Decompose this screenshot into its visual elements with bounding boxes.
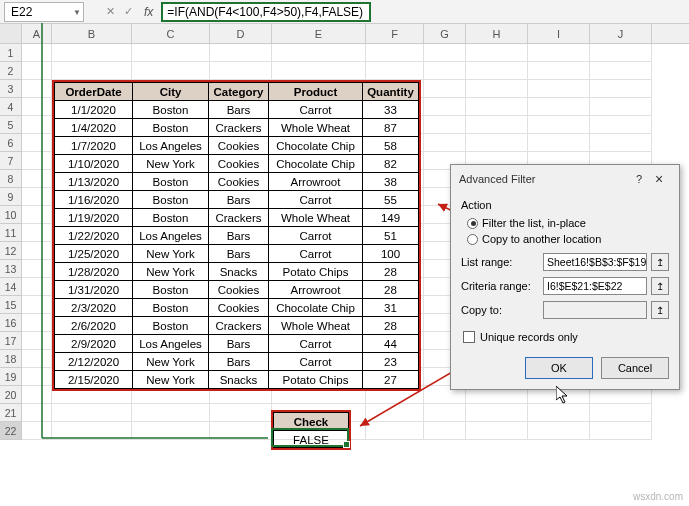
table-cell[interactable]: 1/10/2020 <box>55 155 133 173</box>
cell[interactable] <box>22 98 52 116</box>
row-header-8[interactable]: 8 <box>0 170 22 188</box>
cell[interactable] <box>466 98 528 116</box>
row-header-4[interactable]: 4 <box>0 98 22 116</box>
cell[interactable] <box>272 62 366 80</box>
cancel-button[interactable]: Cancel <box>601 357 669 379</box>
table-cell[interactable]: 1/31/2020 <box>55 281 133 299</box>
cell[interactable] <box>22 116 52 134</box>
list-range-input[interactable]: Sheet16!$B$3:$F$19 <box>543 253 647 271</box>
cell[interactable] <box>210 44 272 62</box>
table-cell[interactable]: Arrowroot <box>269 173 363 191</box>
row-header-13[interactable]: 13 <box>0 260 22 278</box>
cell[interactable] <box>22 278 52 296</box>
row-header-1[interactable]: 1 <box>0 44 22 62</box>
col-header-B[interactable]: B <box>52 24 132 43</box>
cell[interactable] <box>424 80 466 98</box>
row-header-19[interactable]: 19 <box>0 368 22 386</box>
row-header-16[interactable]: 16 <box>0 314 22 332</box>
cell[interactable] <box>272 44 366 62</box>
table-cell[interactable]: Boston <box>133 317 209 335</box>
radio-copy-location[interactable]: Copy to another location <box>461 231 669 247</box>
table-cell[interactable]: 1/4/2020 <box>55 119 133 137</box>
name-box[interactable]: E22 ▼ <box>4 2 84 22</box>
cell[interactable] <box>52 422 132 440</box>
cell[interactable] <box>424 422 466 440</box>
table-cell[interactable]: Arrowroot <box>269 281 363 299</box>
col-header-H[interactable]: H <box>466 24 528 43</box>
cell[interactable] <box>528 44 590 62</box>
row-header-12[interactable]: 12 <box>0 242 22 260</box>
cell[interactable] <box>22 80 52 98</box>
table-cell[interactable]: 100 <box>363 245 419 263</box>
copy-to-picker-icon[interactable]: ↥ <box>651 301 669 319</box>
formula-input[interactable]: =IF(AND(F4<100,F4>50),F4,FALSE) <box>161 2 371 22</box>
row-header-17[interactable]: 17 <box>0 332 22 350</box>
table-cell[interactable]: 44 <box>363 335 419 353</box>
cell[interactable] <box>22 134 52 152</box>
cell[interactable] <box>424 62 466 80</box>
table-cell[interactable]: Whole Wheat <box>269 209 363 227</box>
cell[interactable] <box>22 296 52 314</box>
table-cell[interactable]: Bars <box>209 245 269 263</box>
table-cell[interactable]: 33 <box>363 101 419 119</box>
col-header-E[interactable]: E <box>272 24 366 43</box>
row-header-22[interactable]: 22 <box>0 422 22 440</box>
table-cell[interactable]: 1/19/2020 <box>55 209 133 227</box>
cell[interactable] <box>22 152 52 170</box>
table-cell[interactable]: 28 <box>363 317 419 335</box>
table-cell[interactable]: Los Angeles <box>133 227 209 245</box>
row-header-11[interactable]: 11 <box>0 224 22 242</box>
table-cell[interactable]: Chocolate Chip <box>269 137 363 155</box>
table-cell[interactable]: Snacks <box>209 263 269 281</box>
table-cell[interactable]: Whole Wheat <box>269 317 363 335</box>
cell[interactable] <box>466 44 528 62</box>
cell[interactable] <box>366 404 424 422</box>
cell[interactable] <box>52 62 132 80</box>
cell[interactable] <box>466 404 528 422</box>
cell[interactable] <box>528 116 590 134</box>
table-cell[interactable]: 1/1/2020 <box>55 101 133 119</box>
name-box-dropdown-icon[interactable]: ▼ <box>73 7 81 16</box>
cell[interactable] <box>528 422 590 440</box>
cell[interactable] <box>424 116 466 134</box>
table-cell[interactable]: New York <box>133 371 209 389</box>
table-cell[interactable]: 1/7/2020 <box>55 137 133 155</box>
help-icon[interactable]: ? <box>631 173 647 185</box>
col-header-G[interactable]: G <box>424 24 466 43</box>
table-cell[interactable]: Bars <box>209 227 269 245</box>
cell[interactable] <box>528 98 590 116</box>
table-cell[interactable]: 38 <box>363 173 419 191</box>
cell[interactable] <box>528 62 590 80</box>
cell[interactable] <box>210 404 272 422</box>
table-cell[interactable]: 1/16/2020 <box>55 191 133 209</box>
table-cell[interactable]: Chocolate Chip <box>269 155 363 173</box>
table-cell[interactable]: 2/6/2020 <box>55 317 133 335</box>
accept-formula-icon[interactable]: ✓ <box>120 4 136 20</box>
cell[interactable] <box>132 62 210 80</box>
cell[interactable] <box>22 368 52 386</box>
cell[interactable] <box>22 170 52 188</box>
close-icon[interactable]: × <box>647 171 671 187</box>
cell[interactable] <box>366 422 424 440</box>
table-cell[interactable]: 27 <box>363 371 419 389</box>
table-cell[interactable]: 28 <box>363 263 419 281</box>
radio-filter-in-place[interactable]: Filter the list, in-place <box>461 215 669 231</box>
table-cell[interactable]: 2/9/2020 <box>55 335 133 353</box>
cell[interactable] <box>210 62 272 80</box>
table-cell[interactable]: Cookies <box>209 281 269 299</box>
cell[interactable] <box>590 404 652 422</box>
cell[interactable] <box>466 422 528 440</box>
cell[interactable] <box>22 206 52 224</box>
table-cell[interactable]: 28 <box>363 281 419 299</box>
unique-records-checkbox[interactable]: Unique records only <box>461 331 669 343</box>
cell[interactable] <box>528 134 590 152</box>
col-header-I[interactable]: I <box>528 24 590 43</box>
cell[interactable] <box>22 62 52 80</box>
cell[interactable] <box>22 242 52 260</box>
cell[interactable] <box>22 386 52 404</box>
table-cell[interactable]: Bars <box>209 191 269 209</box>
table-cell[interactable]: Potato Chips <box>269 371 363 389</box>
cell[interactable] <box>590 80 652 98</box>
row-header-2[interactable]: 2 <box>0 62 22 80</box>
ok-button[interactable]: OK <box>525 357 593 379</box>
